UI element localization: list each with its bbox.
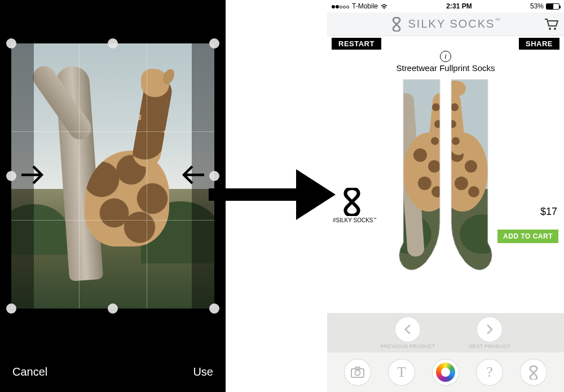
text-icon: T [397,364,406,381]
tool-bar: T ? [327,353,564,392]
brand-hashtag: #SILKY SOCKS [333,217,373,223]
svg-point-32 [355,371,360,376]
svg-point-11 [428,160,440,173]
sock-right [446,76,493,274]
chevron-right-icon [483,323,496,336]
info-button[interactable]: i [440,51,451,62]
sock-left [398,76,446,274]
prev-product-label: PREVIOUS PRODUCT [381,343,435,349]
status-bar: T-Mobile 2:31 PM 53% [327,0,564,12]
brand-watermark: #SILKY SOCKS™ [333,188,377,223]
question-icon: ? [486,364,493,381]
svg-point-25 [468,186,479,197]
svg-point-16 [434,120,442,128]
clock: 2:31 PM [446,2,472,10]
text-tool-button[interactable]: T [388,359,415,386]
previous-product-button[interactable]: PREVIOUS PRODUCT [381,316,435,349]
svg-point-10 [413,148,427,162]
svg-point-30 [446,81,466,96]
battery-percent: 53% [530,2,544,10]
use-button[interactable]: Use [193,365,213,378]
carrier-label: T-Mobile [352,2,378,10]
battery-icon [546,3,559,10]
action-bar: RESTART SHARE [327,36,564,50]
brand-name: SILKY SOCKS [408,17,495,30]
crop-handle[interactable] [108,38,118,49]
add-to-cart-button[interactable]: ADD TO CART [497,230,558,243]
svg-point-15 [432,103,440,111]
crop-handle[interactable] [6,171,16,181]
svg-point-24 [455,177,468,190]
product-nav: PREVIOUS PRODUCT NEXT PRODUCT [327,313,564,353]
crop-box[interactable] [11,43,214,309]
camera-tool-button[interactable] [344,359,371,386]
logo-mark-icon [341,188,369,216]
help-tool-button[interactable]: ? [476,359,503,386]
crop-handle[interactable] [209,303,219,314]
cancel-button[interactable]: Cancel [12,365,47,378]
next-product-label: NEXT PRODUCT [469,343,510,349]
svg-marker-1 [296,169,336,220]
crop-arrow-left-icon[interactable] [15,158,49,194]
svg-point-23 [465,160,477,173]
cart-button[interactable] [544,18,558,30]
svg-point-17 [431,137,439,145]
crop-handle[interactable] [6,38,16,49]
signal-strength-icon [332,2,350,10]
share-button[interactable]: SHARE [519,38,559,50]
logo-tool-button[interactable] [520,359,547,386]
logo-mark-icon [390,17,405,32]
crop-handle[interactable] [108,303,118,314]
crop-canvas[interactable] [0,0,226,351]
restart-button[interactable]: RESTART [332,38,381,50]
svg-point-3 [549,28,551,30]
crop-editor: Cancel Use [0,0,226,392]
cart-icon [544,18,558,30]
svg-point-28 [448,120,456,128]
crop-arrow-right-icon[interactable] [177,158,211,194]
camera-icon [350,366,365,378]
svg-point-12 [418,177,431,190]
svg-point-4 [554,28,556,30]
svg-rect-0 [209,188,299,201]
app-header: SILKY SOCKS™ [327,12,564,36]
flow-arrow-icon [209,169,336,220]
chevron-left-icon [402,323,414,336]
crop-handle[interactable] [209,38,219,49]
price-label: $17 [540,206,557,218]
crop-footer: Cancel Use [0,351,226,392]
svg-point-13 [431,186,443,197]
product-preview: #SILKY SOCKS™ $17 ADD TO CART [327,76,564,316]
brand-logo: SILKY SOCKS™ [390,17,501,32]
crop-handle[interactable] [6,303,16,314]
svg-point-2 [384,7,385,8]
logo-mark-icon [526,365,541,380]
svg-point-27 [451,103,459,111]
color-wheel-icon [436,363,455,382]
product-app: T-Mobile 2:31 PM 53% SILKY SOCKS™ RESTAR… [327,0,564,392]
wifi-icon [380,3,388,9]
color-tool-button[interactable] [432,359,459,386]
svg-point-29 [452,137,460,145]
product-title: Streetwear Fullprint Socks [327,63,564,73]
next-product-button[interactable]: NEXT PRODUCT [469,316,510,349]
